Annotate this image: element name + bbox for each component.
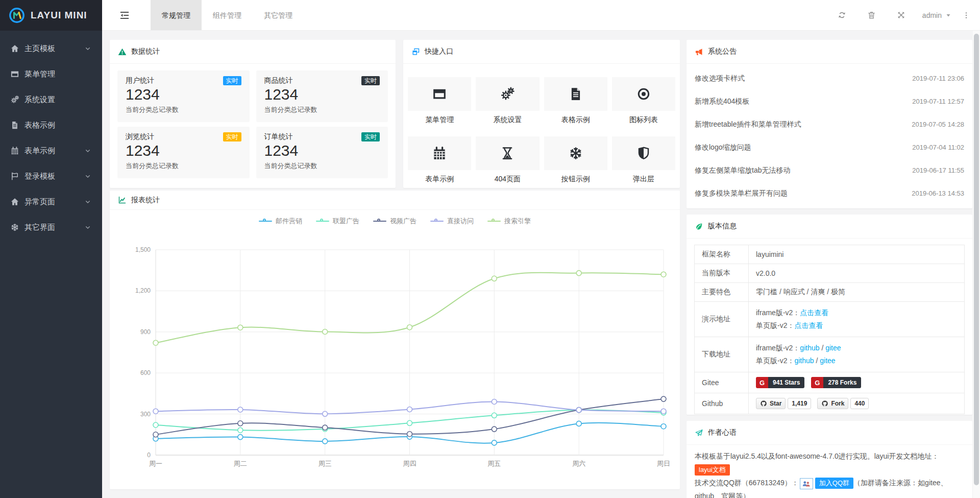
link[interactable]: github	[794, 357, 814, 365]
announcement-title[interactable]: 修复左侧菜单缩放tab无法移动	[695, 166, 790, 175]
app-logo[interactable]: LAYUI MINI	[0, 0, 102, 31]
chevron-down-icon	[84, 172, 92, 180]
quick-entry-item[interactable]: 按钮示例	[544, 136, 607, 184]
link[interactable]: gitee	[820, 357, 835, 365]
announcement-title[interactable]: 新增treetable插件和菜单管理样式	[695, 120, 801, 129]
quick-entry-item[interactable]: 404页面	[476, 136, 539, 184]
stats-grid: 用户统计实时1234当前分类总记录数商品统计实时1234当前分类总记录数浏览统计…	[110, 64, 396, 185]
legend-item[interactable]: 联盟广告	[316, 217, 359, 226]
sidebar-item[interactable]: 主页模板	[0, 36, 102, 61]
svg-text:0: 0	[147, 452, 151, 459]
github-count[interactable]: 1,419	[788, 398, 811, 409]
chevron-down-icon	[84, 147, 92, 155]
stat-card-desc: 当前分类总记录数	[264, 105, 380, 114]
quick-entry-item[interactable]: 表单示例	[408, 136, 471, 184]
announcement-list: 修改选项卡样式2019-07-11 23:06新增系统404模板2019-07-…	[687, 64, 972, 208]
announcement-time: 2019-07-04 11:02	[912, 144, 964, 151]
text: 技术交流QQ群（667813249）：	[695, 479, 799, 487]
stat-card-desc: 当前分类总记录数	[126, 161, 241, 171]
sidebar-item[interactable]: 异常页面	[0, 189, 102, 215]
sidebar-item[interactable]: 表格示例	[0, 112, 102, 138]
version-row-value: 零门槛 / 响应式 / 清爽 / 极简	[749, 283, 965, 302]
panel-header: 作者心语	[687, 421, 972, 445]
stat-card-value: 1234	[264, 143, 380, 159]
trash-icon[interactable]	[857, 11, 887, 19]
quick-entry-item[interactable]: 弹出层	[612, 136, 675, 184]
legend-label: 搜索引擎	[504, 217, 531, 226]
sidebar-item[interactable]: 其它界面	[0, 215, 102, 240]
announcement-title[interactable]: 修改logo缩放问题	[695, 143, 751, 152]
legend-item[interactable]: 搜索引擎	[487, 217, 531, 226]
legend-item[interactable]: 视频广告	[373, 217, 416, 226]
tab-item[interactable]: 组件管理	[202, 0, 253, 30]
gitee-badge-label: 278 Forks	[823, 377, 861, 388]
quick-entry-item[interactable]: 系统设置	[476, 77, 539, 125]
quick-entry-item[interactable]: 表格示例	[544, 77, 607, 125]
sidebar-item[interactable]: 登录模板	[0, 163, 102, 189]
link[interactable]: gitee	[825, 344, 841, 352]
version-row: 演示地址iframe版-v2：点击查看单页版-v2：点击查看	[695, 302, 965, 337]
tab-active[interactable]: 常规管理	[151, 0, 202, 30]
svg-text:900: 900	[140, 328, 151, 336]
version-line: 单页版-v2：点击查看	[756, 319, 957, 332]
announcement-title[interactable]: 修复多模块菜单栏展开有问题	[695, 189, 788, 198]
github-count[interactable]: 440	[850, 398, 869, 409]
stat-card-label: 商品统计	[264, 76, 293, 85]
svg-text:周二: 周二	[234, 460, 247, 467]
version-row-label: 下载地址	[695, 337, 749, 372]
layui-logo-icon	[8, 7, 26, 24]
tab-item[interactable]: 其它管理	[253, 0, 304, 30]
sidebar-item-label: 表单示例	[24, 146, 55, 156]
version-line: iframe版-v2：github / gitee	[756, 342, 957, 354]
announcement-title[interactable]: 修改选项卡样式	[695, 74, 745, 83]
quick-entry-label: 菜单管理	[408, 115, 471, 125]
stat-card-label: 用户统计	[126, 76, 154, 85]
author-line: layui文档	[695, 463, 964, 476]
sidebar-item[interactable]: 菜单管理	[0, 61, 102, 87]
panel-announcements: 系统公告 修改选项卡样式2019-07-11 23:06新增系统404模板201…	[687, 40, 972, 208]
ellipsis-v-icon[interactable]	[960, 11, 973, 19]
version-row: GithubStar1,419Fork440	[695, 393, 965, 414]
link[interactable]: 点击查看	[800, 309, 828, 317]
svg-text:周一: 周一	[149, 460, 162, 467]
gitee-badge[interactable]: G278 Forks	[811, 377, 861, 388]
github-icon	[760, 400, 767, 407]
status-badge: 实时	[361, 132, 380, 141]
join-qq-button[interactable]: 加入QQ群	[815, 478, 853, 489]
shield-icon	[612, 136, 675, 170]
quick-entry-label: 系统设置	[476, 115, 539, 125]
refresh-icon[interactable]	[827, 11, 857, 19]
quick-entry-item[interactable]: 菜单管理	[408, 77, 471, 125]
doc-link-badge[interactable]: layui文档	[695, 464, 730, 476]
gitee-icon: G	[756, 377, 768, 388]
github-star-button[interactable]: Star	[756, 398, 786, 409]
quick-entry-label: 表单示例	[408, 175, 471, 184]
github-fork-button[interactable]: Fork	[817, 398, 848, 409]
author-line: 技术交流QQ群（667813249）：加入QQ群（加群请备注来源：如gitee、…	[695, 476, 964, 498]
user-menu[interactable]: admin	[922, 11, 951, 19]
announcement-title[interactable]: 新增系统404模板	[695, 97, 749, 106]
text: /	[814, 357, 820, 365]
quick-entry-item[interactable]: 图标列表	[612, 77, 675, 125]
text: 单页版-v2：	[756, 321, 794, 329]
sidebar-item[interactable]: 系统设置	[0, 87, 102, 112]
sidebar-item[interactable]: 表单示例	[0, 138, 102, 163]
panel-data-statistics: 数据统计 用户统计实时1234当前分类总记录数商品统计实时1234当前分类总记录…	[110, 40, 396, 188]
scrollbar-thumb[interactable]	[974, 34, 979, 485]
panel-title: 数据统计	[131, 47, 160, 56]
svg-text:周日: 周日	[657, 460, 670, 467]
asterisk-icon	[10, 223, 19, 232]
text: /	[820, 344, 826, 352]
panel-report-chart: 报表统计 邮件营销联盟广告视频广告直接访问搜索引擎 03006009001,20…	[110, 191, 680, 489]
expand-icon[interactable]	[887, 11, 916, 19]
gitee-badge[interactable]: G941 Stars	[756, 377, 804, 388]
link[interactable]: github	[800, 344, 819, 352]
stat-card-top: 浏览统计实时	[126, 132, 241, 141]
legend-item[interactable]: 直接访问	[430, 217, 474, 226]
panel-header: 数据统计	[110, 40, 396, 64]
link[interactable]: 点击查看	[794, 321, 823, 329]
stat-card: 订单统计实时1234当前分类总记录数	[256, 127, 388, 178]
legend-item[interactable]: 邮件营销	[259, 217, 302, 226]
menu-toggle-icon[interactable]	[119, 10, 130, 21]
version-line: 单页版-v2：github / gitee	[756, 354, 957, 367]
